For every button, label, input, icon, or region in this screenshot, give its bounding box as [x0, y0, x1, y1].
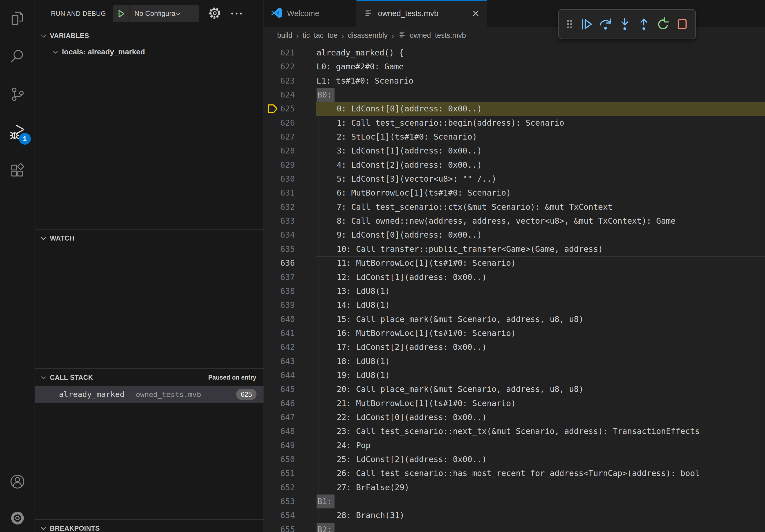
gutter[interactable]: 649 [264, 438, 316, 452]
gutter[interactable]: 626 [264, 116, 316, 130]
code-line-content[interactable]: 15: Call place_mark(&mut Scenario, addre… [316, 312, 765, 326]
code-line-content[interactable]: 20: Call place_mark(&mut Scenario, addre… [316, 382, 765, 396]
gutter[interactable]: 644 [264, 368, 316, 382]
sidebar-item-explorer[interactable] [6, 8, 29, 30]
gutter[interactable]: 639 [264, 298, 316, 312]
watch-section-header[interactable]: WATCH [35, 230, 264, 247]
gutter[interactable]: 633 [264, 214, 316, 228]
gutter[interactable]: 645 [264, 382, 316, 396]
sidebar-item-extensions[interactable] [6, 160, 29, 182]
gutter[interactable]: 648 [264, 424, 316, 438]
stack-frame-row[interactable]: already_marked owned_tests.mvb 625 [35, 386, 264, 402]
code-line-content[interactable]: 8: Call owned::new(address, address, vec… [316, 214, 765, 228]
gutter[interactable]: 655 [264, 523, 316, 532]
code-line-content[interactable]: 0: LdConst[0](address: 0x00..) [316, 102, 765, 116]
gutter[interactable]: 634 [264, 228, 316, 242]
code-line-content[interactable]: 6: MutBorrowLoc[1](ts#1#0: Scenario) [316, 186, 765, 200]
code-line-content[interactable]: 24: Pop [316, 438, 765, 452]
code-line-content[interactable]: 1: Call test_scenario::begin(address): S… [316, 116, 765, 130]
step-over-button[interactable] [597, 13, 614, 35]
tab-owned-tests[interactable]: owned_tests.mvb [357, 0, 487, 27]
gutter[interactable]: 637 [264, 270, 316, 284]
variables-section-header[interactable]: VARIABLES [35, 27, 264, 44]
code-line-content[interactable]: 4: LdConst[2](address: 0x00..) [316, 158, 765, 172]
gutter[interactable]: 651 [264, 466, 316, 480]
code-line-content[interactable]: 27: BrFalse(29) [316, 481, 765, 494]
code-line-content[interactable]: already_marked() { [316, 46, 765, 60]
start-debug-button[interactable] [113, 5, 130, 22]
step-into-button[interactable] [616, 13, 634, 35]
code-line-content[interactable]: 12: LdConst[1](address: 0x00..) [316, 270, 765, 284]
sidebar-item-run-and-debug[interactable]: 1 [6, 122, 29, 144]
gutter[interactable]: 646 [264, 397, 316, 410]
gutter[interactable]: 647 [264, 410, 316, 424]
accounts-button[interactable] [6, 471, 29, 493]
breadcrumb-item-tic-tac-toe[interactable]: tic_tac_toe [303, 31, 338, 40]
breadcrumb-item-disassembly[interactable]: disassembly [348, 31, 388, 40]
debug-settings-gear-button[interactable] [208, 6, 222, 21]
gutter[interactable]: 623 [264, 74, 316, 88]
gutter[interactable]: 635 [264, 242, 316, 256]
code-line-content[interactable]: L0: game#2#0: Game [316, 60, 765, 74]
code-line-content[interactable]: 18: LdU8(1) [316, 355, 765, 368]
code-line-content[interactable]: 25: LdConst[2](address: 0x00..) [316, 452, 765, 466]
code-line-content[interactable]: 17: LdConst[2](address: 0x00..) [316, 340, 765, 354]
gutter[interactable]: 642 [264, 340, 316, 354]
gutter[interactable]: 650 [264, 452, 316, 466]
code-line-content[interactable]: 26: Call test_scenario::has_most_recent_… [316, 466, 765, 480]
breakpoints-section-header[interactable]: BREAKPOINTS [35, 520, 264, 532]
code-line-content[interactable]: 22: LdConst[0](address: 0x00..) [316, 410, 765, 424]
gutter[interactable]: 640 [264, 312, 316, 326]
code-line-content[interactable]: 23: Call test_scenario::next_tx(&mut Sce… [316, 424, 765, 438]
gutter[interactable]: 654 [264, 508, 316, 522]
continue-button[interactable] [578, 13, 595, 35]
code-line-content[interactable]: 14: LdU8(1) [316, 298, 765, 312]
configuration-dropdown[interactable]: No Configura [130, 9, 199, 18]
code-line-content[interactable]: B1: [316, 494, 765, 508]
gutter[interactable]: 631 [264, 186, 316, 200]
gutter[interactable]: 627 [264, 130, 316, 144]
gutter[interactable]: 628 [264, 144, 316, 158]
gutter[interactable]: 636 [264, 256, 316, 270]
variables-locals-scope[interactable]: locals: already_marked [35, 44, 264, 60]
code-line-content[interactable]: 21: MutBorrowLoc[1](ts#1#0: Scenario) [316, 397, 765, 410]
code-line-content[interactable]: 3: LdConst[1](address: 0x00..) [316, 144, 765, 158]
breadcrumb-item-file[interactable]: owned_tests.mvb [398, 30, 466, 41]
call-stack-section-header[interactable]: CALL STACK Paused on entry [35, 369, 264, 386]
gutter[interactable]: 652 [264, 481, 316, 494]
sidebar-item-search[interactable] [6, 46, 29, 68]
code-line-content[interactable]: 10: Call transfer::public_transfer<Game>… [316, 242, 765, 256]
code-line-content[interactable]: 9: LdConst[0](address: 0x00..) [316, 228, 765, 242]
code-line-content[interactable]: 16: MutBorrowLoc[1](ts#1#0: Scenario) [316, 326, 765, 340]
restart-button[interactable] [654, 13, 672, 35]
gutter[interactable]: 625 [264, 102, 316, 116]
debug-toolbar-drag-handle[interactable] [563, 13, 576, 35]
gutter[interactable]: 632 [264, 200, 316, 214]
code-line-content[interactable]: 11: MutBorrowLoc[1](ts#1#0: Scenario) [316, 256, 765, 270]
sidebar-item-source-control[interactable] [6, 84, 29, 106]
gutter[interactable]: 621 [264, 46, 316, 60]
settings-button[interactable] [6, 507, 29, 530]
code-line-content[interactable]: L1: ts#1#0: Scenario [316, 74, 765, 88]
gutter[interactable]: 643 [264, 355, 316, 368]
code-line-content[interactable]: B0: [316, 88, 765, 102]
code-line-content[interactable]: 28: Branch(31) [316, 508, 765, 522]
breadcrumb-item-build[interactable]: build [277, 31, 293, 40]
step-out-button[interactable] [635, 13, 653, 35]
code-line-content[interactable]: 19: LdU8(1) [316, 368, 765, 382]
code-line-content[interactable]: 7: Call test_scenario::ctx(&mut Scenario… [316, 200, 765, 214]
gutter[interactable]: 641 [264, 326, 316, 340]
gutter[interactable]: 653 [264, 494, 316, 508]
code-line-content[interactable]: 13: LdU8(1) [316, 284, 765, 298]
code-line-content[interactable]: 5: LdConst[3](vector<u8>: "" /..) [316, 172, 765, 186]
gutter[interactable]: 622 [264, 60, 316, 74]
more-actions-button[interactable] [231, 13, 242, 14]
stop-button[interactable] [673, 13, 691, 35]
gutter[interactable]: 629 [264, 158, 316, 172]
code-line-content[interactable]: B2: [316, 523, 765, 532]
close-tab-icon[interactable] [471, 9, 480, 18]
tab-welcome[interactable]: Welcome [264, 0, 357, 27]
code-line-content[interactable]: 2: StLoc[1](ts#1#0: Scenario) [316, 130, 765, 144]
gutter[interactable]: 624 [264, 88, 316, 102]
gutter[interactable]: 630 [264, 172, 316, 186]
